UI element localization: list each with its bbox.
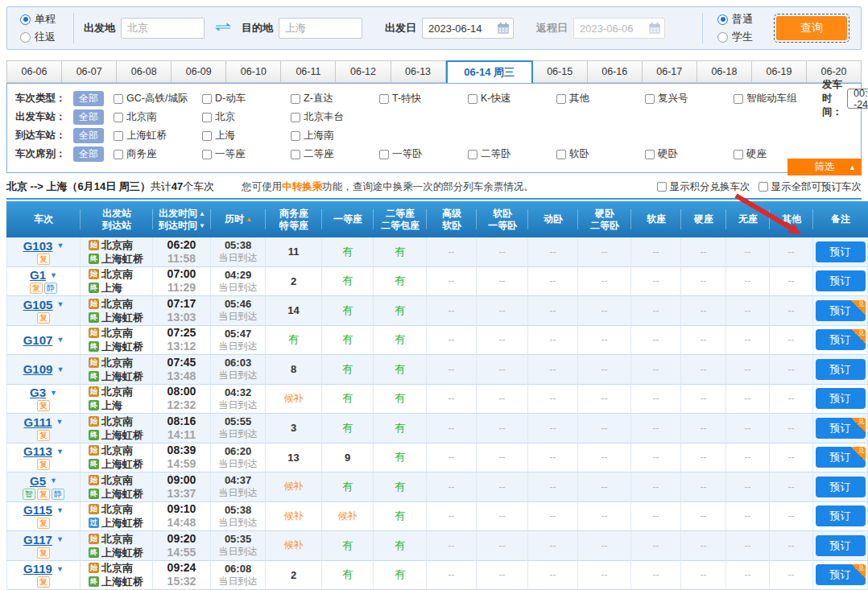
show-all-bookable-checkbox[interactable]: 显示全部可预订车次 (758, 180, 862, 194)
filter-option[interactable]: 北京丰台 (291, 110, 379, 124)
column-header-times[interactable]: 出发时间▲到达时间▼ (153, 201, 211, 237)
date-tab-06-16[interactable]: 06-16 (588, 60, 643, 83)
expand-caret-icon[interactable]: ▼ (56, 300, 64, 308)
expand-caret-icon[interactable]: ▼ (56, 535, 64, 543)
from-input[interactable] (121, 18, 205, 39)
train-link-G107[interactable]: G107 (23, 333, 53, 347)
origin-station-icon: 始 (89, 299, 99, 309)
date-tab-06-18[interactable]: 06-18 (697, 60, 752, 83)
book-button-G1[interactable]: 预订 (816, 270, 866, 291)
filter-option[interactable]: 上海 (202, 129, 291, 142)
expand-caret-icon[interactable]: ▼ (50, 477, 57, 485)
filter-all-button[interactable]: 全部 (73, 146, 104, 162)
filter-option[interactable]: D-动车 (202, 92, 291, 105)
book-button-G107[interactable]: 预订兑 (816, 329, 866, 350)
date-tab-06-12[interactable]: 06-12 (336, 60, 391, 83)
date-tab-06-09[interactable]: 06-09 (172, 60, 226, 83)
filter-option[interactable]: 北京 (202, 110, 291, 124)
expand-caret-icon[interactable]: ▼ (56, 336, 64, 344)
date-tab-06-14[interactable]: 06-14 周三 (446, 60, 533, 83)
seat-hard-sleeper: -- (601, 305, 608, 316)
train-link-G3[interactable]: G3 (30, 386, 46, 399)
book-button-G109[interactable]: 预订 (816, 359, 866, 380)
date-tab-06-08[interactable]: 06-08 (117, 60, 172, 83)
filter-option[interactable]: 智能动车组 (734, 92, 822, 105)
train-link-G109[interactable]: G109 (23, 362, 53, 376)
filter-option-label: 上海 (215, 129, 235, 142)
expand-caret-icon[interactable]: ▼ (56, 241, 64, 250)
expand-caret-icon[interactable]: ▼ (56, 418, 64, 426)
train-link-G115[interactable]: G115 (23, 503, 52, 517)
book-button-G119[interactable]: 预订兑 (816, 564, 866, 585)
filter-option[interactable]: 二等座 (291, 147, 379, 161)
book-button-G105[interactable]: 预订兑 (816, 300, 866, 321)
train-link-G5[interactable]: G5 (30, 474, 46, 488)
book-button-G103[interactable]: 预订 (816, 241, 866, 262)
book-button-G117[interactable]: 预订 (816, 535, 866, 556)
expand-caret-icon[interactable]: ▼ (56, 506, 64, 514)
filter-option[interactable]: GC-高铁/城际 (114, 92, 202, 105)
filter-option[interactable]: 一等卧 (379, 147, 468, 161)
transfer-link[interactable]: 中转换乘 (282, 181, 322, 192)
filter-option[interactable]: 硬卧 (645, 147, 734, 161)
date-tab-06-19[interactable]: 06-19 (752, 60, 807, 83)
date-tab-06-13[interactable]: 06-13 (391, 60, 446, 83)
expand-caret-icon[interactable]: ▼ (50, 389, 57, 397)
date-tab-06-11[interactable]: 06-11 (281, 60, 336, 83)
date-tab-06-15[interactable]: 06-15 (533, 60, 588, 83)
date-tab-06-06[interactable]: 06-06 (6, 60, 62, 83)
train-link-G119[interactable]: G119 (23, 562, 52, 576)
normal-passenger-radio[interactable]: 普通 (717, 12, 753, 27)
swap-stations-icon[interactable] (214, 21, 232, 36)
book-button-G113[interactable]: 预订兑 (816, 447, 866, 468)
filter-all-button[interactable]: 全部 (73, 109, 104, 125)
filter-option-label: 一等卧 (392, 147, 423, 161)
expand-caret-icon[interactable]: ▼ (56, 448, 64, 456)
calendar-icon[interactable] (497, 22, 510, 35)
filter-option[interactable]: T-特快 (379, 92, 468, 105)
date-tab-06-17[interactable]: 06-17 (643, 60, 697, 83)
filter-option[interactable]: 其他 (556, 92, 645, 105)
train-link-G103[interactable]: G103 (23, 239, 53, 253)
filter-option[interactable]: 商务座 (114, 147, 202, 161)
filter-all-button[interactable]: 全部 (73, 91, 104, 106)
filter-option[interactable]: K-快速 (468, 92, 556, 105)
filter-all-button[interactable]: 全部 (73, 128, 104, 143)
show-points-checkbox[interactable]: 显示积分兑换车次 (657, 180, 750, 194)
expand-caret-icon[interactable]: ▼ (50, 271, 57, 279)
filter-option[interactable]: 复兴号 (645, 92, 734, 105)
filter-option[interactable]: 二等卧 (468, 147, 556, 161)
filter-option[interactable]: 软卧 (556, 147, 645, 161)
expand-caret-icon[interactable]: ▼ (56, 365, 64, 373)
book-button-G5[interactable]: 预订 (816, 477, 866, 497)
query-button[interactable]: 查询 (776, 16, 847, 40)
depart-time-select[interactable]: 00:00--24:00▼ (847, 89, 868, 109)
to-input[interactable] (279, 18, 362, 39)
column-header-duration[interactable]: 历时▲ (211, 201, 266, 237)
date-tab-06-07[interactable]: 06-07 (62, 60, 117, 83)
departure-station: 北京南 (101, 385, 133, 398)
round-trip-radio[interactable]: 往返 (20, 30, 56, 44)
filter-option[interactable]: 上海虹桥 (114, 129, 202, 142)
filter-option[interactable]: 上海南 (291, 129, 379, 142)
seat-soft-seat: -- (653, 246, 659, 258)
expand-caret-icon[interactable]: ▼ (56, 565, 64, 573)
student-passenger-radio[interactable]: 学生 (717, 30, 753, 44)
book-button-G111[interactable]: 预订兑 (816, 418, 866, 439)
filter-option[interactable]: Z-直达 (291, 92, 379, 105)
one-way-radio[interactable]: 单程 (20, 12, 56, 27)
train-link-G117[interactable]: G117 (23, 533, 52, 547)
calendar-icon[interactable] (648, 22, 661, 35)
book-button-G115[interactable]: 预订 (816, 505, 866, 526)
book-button-G3[interactable]: 预订 (816, 388, 866, 409)
seat-premier-soft-sleeper: -- (448, 540, 455, 551)
train-link-G105[interactable]: G105 (23, 298, 53, 312)
seat-first-class: 有 (342, 480, 353, 494)
train-link-G113[interactable]: G113 (23, 444, 52, 458)
filter-option[interactable]: 一等座 (202, 147, 291, 161)
train-link-G111[interactable]: G111 (24, 415, 52, 429)
filter-option[interactable]: 北京南 (114, 110, 202, 124)
date-tab-06-10[interactable]: 06-10 (226, 60, 281, 83)
train-link-G1[interactable]: G1 (30, 268, 46, 282)
filter-collapse-button[interactable]: 筛选 ▲ (787, 159, 862, 175)
